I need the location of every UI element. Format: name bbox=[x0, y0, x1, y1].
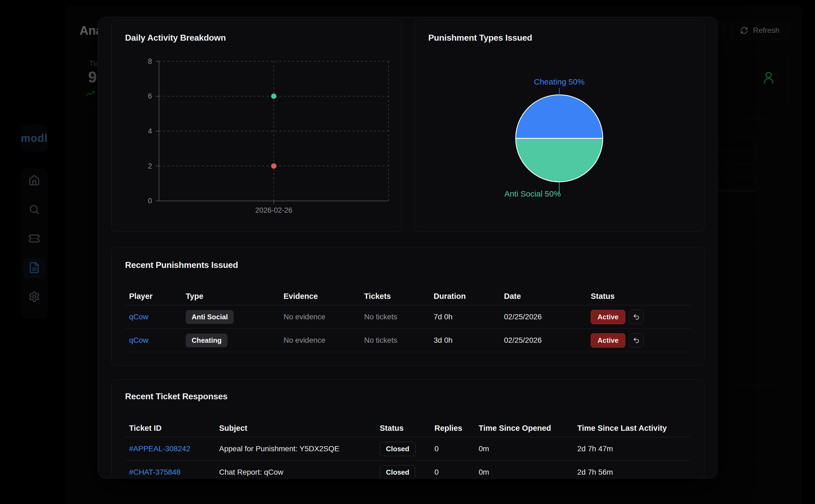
player-link[interactable]: qCow bbox=[129, 336, 148, 345]
svg-text:6: 6 bbox=[148, 92, 152, 100]
duration-cell: 3d 0h bbox=[434, 336, 504, 345]
last-activity-cell: 2d 7h 47m bbox=[577, 445, 691, 453]
col-status: Status bbox=[591, 292, 691, 301]
punishment-types-chart: Cheating 50%Anti Social 50% bbox=[415, 20, 704, 232]
punishment-row: qCow Anti Social No evidence No tickets … bbox=[125, 305, 691, 329]
svg-text:8: 8 bbox=[148, 57, 152, 65]
date-cell: 02/25/2026 bbox=[504, 313, 591, 321]
svg-text:4: 4 bbox=[148, 127, 152, 135]
undo-button[interactable] bbox=[629, 333, 644, 348]
undo-icon bbox=[633, 337, 640, 344]
punishments-header-row: Player Type Evidence Tickets Duration Da… bbox=[125, 288, 691, 305]
svg-text:2026-02-26: 2026-02-26 bbox=[255, 206, 293, 214]
type-chip: Anti Social bbox=[186, 310, 234, 324]
last-activity-cell: 2d 7h 56m bbox=[577, 468, 691, 477]
col-time-last-activity: Time Since Last Activity bbox=[577, 424, 691, 433]
col-date: Date bbox=[504, 292, 591, 301]
col-time-opened: Time Since Opened bbox=[479, 424, 577, 433]
recent-punishments-card: Recent Punishments Issued Player Type Ev… bbox=[111, 247, 705, 366]
col-replies: Replies bbox=[434, 424, 479, 433]
evidence-cell: No evidence bbox=[284, 313, 364, 321]
col-type: Type bbox=[186, 292, 284, 301]
evidence-cell: No evidence bbox=[284, 336, 364, 345]
replies-cell: 0 bbox=[434, 468, 479, 477]
punishments-table: Player Type Evidence Tickets Duration Da… bbox=[125, 288, 691, 352]
replies-cell: 0 bbox=[434, 445, 479, 453]
col-duration: Duration bbox=[434, 292, 504, 301]
type-chip: Cheating bbox=[186, 334, 228, 347]
status-badge-active: Active bbox=[591, 310, 625, 324]
col-status: Status bbox=[380, 424, 434, 433]
tickets-cell: No tickets bbox=[364, 313, 434, 321]
recent-punishments-title: Recent Punishments Issued bbox=[125, 260, 238, 270]
recent-tickets-title: Recent Ticket Responses bbox=[125, 391, 228, 401]
duration-cell: 7d 0h bbox=[434, 313, 504, 321]
daily-activity-title: Daily Activity Breakdown bbox=[125, 33, 226, 43]
punishment-types-card: Cheating 50%Anti Social 50% Punishment T… bbox=[415, 20, 705, 232]
status-badge-active: Active bbox=[591, 333, 625, 348]
svg-text:2: 2 bbox=[148, 162, 152, 170]
col-subject: Subject bbox=[219, 424, 380, 433]
subject-cell: Appeal for Punishment: Y5DX2SQE bbox=[219, 445, 380, 453]
date-cell: 02/25/2026 bbox=[504, 336, 591, 345]
svg-text:Anti Social 50%: Anti Social 50% bbox=[504, 189, 561, 198]
punishment-row: qCow Cheating No evidence No tickets 3d … bbox=[125, 329, 691, 352]
undo-icon bbox=[633, 313, 640, 320]
svg-text:0: 0 bbox=[148, 197, 152, 205]
ticket-row: #APPEAL-308242 Appeal for Punishment: Y5… bbox=[125, 437, 691, 461]
tickets-header-row: Ticket ID Subject Status Replies Time Si… bbox=[125, 419, 691, 437]
col-player: Player bbox=[129, 292, 186, 301]
tickets-cell: No tickets bbox=[364, 336, 434, 345]
svg-text:Cheating 50%: Cheating 50% bbox=[534, 77, 584, 86]
col-tickets: Tickets bbox=[364, 292, 434, 301]
subject-cell: Chat Report: qCow bbox=[219, 468, 380, 477]
status-badge-closed: Closed bbox=[380, 465, 416, 479]
player-link[interactable]: qCow bbox=[129, 313, 148, 321]
ticket-id-link[interactable]: #CHAT-375848 bbox=[129, 468, 180, 477]
punishment-types-title: Punishment Types Issued bbox=[428, 33, 532, 43]
ticket-id-link[interactable]: #APPEAL-308242 bbox=[129, 445, 190, 453]
status-badge-closed: Closed bbox=[380, 442, 416, 456]
daily-activity-chart: 024682026-02-26 bbox=[111, 20, 401, 232]
opened-cell: 0m bbox=[479, 445, 577, 453]
col-ticket-id: Ticket ID bbox=[129, 424, 219, 433]
ticket-row: #CHAT-375848 Chat Report: qCow Closed 0 … bbox=[125, 461, 691, 478]
tickets-table: Ticket ID Subject Status Replies Time Si… bbox=[125, 419, 691, 478]
opened-cell: 0m bbox=[479, 468, 577, 477]
col-evidence: Evidence bbox=[284, 292, 364, 301]
undo-button[interactable] bbox=[629, 310, 644, 324]
daily-activity-card: 024682026-02-26 Daily Activity Breakdown bbox=[111, 20, 402, 232]
recent-tickets-card: Recent Ticket Responses Ticket ID Subjec… bbox=[111, 379, 705, 478]
analytics-modal: 024682026-02-26 Daily Activity Breakdown… bbox=[98, 17, 718, 478]
